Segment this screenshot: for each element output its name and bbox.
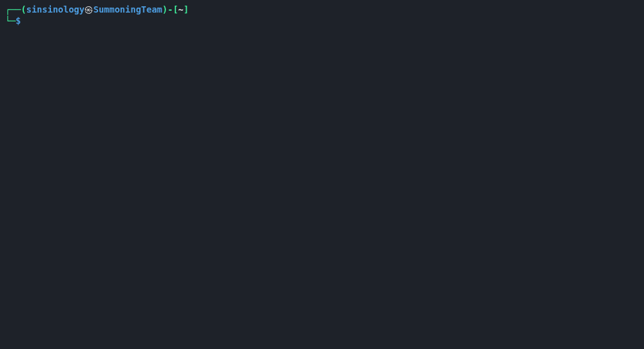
prompt-line-2: └─$	[5, 15, 639, 26]
paren-open: (	[21, 4, 26, 14]
bracket-close: ]	[184, 4, 189, 14]
prompt-cwd: ~	[178, 4, 183, 14]
prompt-host: SummoningTeam	[93, 4, 162, 14]
box-bottom-corner: └─	[5, 16, 16, 26]
box-top-corner: ┌──	[5, 4, 21, 14]
skull-icon: ㉿	[84, 4, 93, 14]
dash: -	[167, 4, 172, 14]
prompt-user: sinsinology	[26, 4, 85, 14]
command-input[interactable]	[21, 16, 26, 26]
prompt-line-1: ┌──(sinsinology㉿SummoningTeam)-[~]	[5, 4, 639, 15]
